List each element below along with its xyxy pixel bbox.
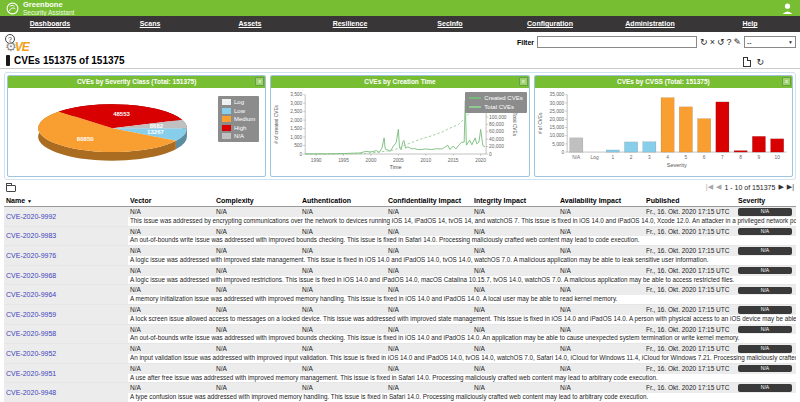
cve-link[interactable]: CVE-2020-9992 bbox=[6, 213, 56, 220]
severity-badge: N/A bbox=[738, 326, 792, 334]
nav-item-secinfo[interactable]: SecInfo bbox=[400, 16, 500, 32]
column-header-authentication[interactable]: Authentication bbox=[300, 197, 386, 204]
authentication-cell: N/A bbox=[300, 364, 386, 374]
cve-description: A logic issue was addressed with improve… bbox=[128, 256, 796, 265]
svg-text:Time: Time bbox=[390, 164, 402, 170]
panel-title: CVEs by Creation Time bbox=[271, 76, 528, 88]
cve-link[interactable]: CVE-2020-9976 bbox=[6, 252, 56, 259]
svg-text:5: 5 bbox=[684, 155, 687, 160]
authentication-cell: N/A bbox=[300, 207, 386, 217]
nav-item-scans[interactable]: Scans bbox=[100, 16, 200, 32]
severity-badge: N/A bbox=[738, 345, 792, 353]
pagination: |◀ ◀ 1 - 10 of 151375 ▶ ▶| bbox=[706, 183, 794, 191]
svg-text:3: 3 bbox=[648, 155, 651, 160]
column-header-confidentiality-impact[interactable]: Confidentiality Impact bbox=[386, 197, 472, 204]
dashboard: CVEs by Severity Class (Total: 151375) x… bbox=[4, 72, 796, 180]
filter-preset-select[interactable]: -- ▼ bbox=[744, 36, 796, 48]
filter-input[interactable] bbox=[537, 36, 697, 48]
availability-impact-cell: N/A bbox=[558, 364, 644, 374]
cve-link[interactable]: CVE-2020-9959 bbox=[6, 311, 56, 318]
panel-header[interactable]: CVEs by Creation Time x bbox=[271, 76, 528, 88]
panel-header[interactable]: CVEs by Severity Class (Total: 151375) x bbox=[8, 76, 265, 88]
user-menu-icon[interactable] bbox=[781, 2, 794, 15]
svg-text:20,000: 20,000 bbox=[489, 144, 504, 149]
column-header-name[interactable]: Name▼ bbox=[4, 197, 128, 204]
brand-home-link[interactable]: Greenbone Security Assistant bbox=[6, 0, 74, 16]
edit-filter-icon[interactable]: ✎ bbox=[733, 36, 741, 48]
published-cell: Fr., 16. Okt. 2020 17:15 UTC bbox=[644, 305, 736, 315]
published-cell: Fr., 16. Okt. 2020 17:15 UTC bbox=[644, 364, 736, 374]
confidentiality-impact-cell: N/A bbox=[386, 266, 472, 276]
svg-text:7: 7 bbox=[721, 155, 724, 160]
filter-help-icon[interactable]: ? bbox=[726, 36, 731, 48]
nav-item-help[interactable]: Help bbox=[700, 16, 800, 32]
legend-item[interactable]: Total CVEs bbox=[469, 104, 522, 110]
authentication-cell: N/A bbox=[300, 383, 386, 393]
prev-page-icon[interactable]: ◀ bbox=[716, 183, 721, 191]
cve-link[interactable]: CVE-2020-9948 bbox=[6, 389, 56, 396]
severity-badge: N/A bbox=[738, 228, 792, 236]
confidentiality-impact-cell: N/A bbox=[386, 383, 472, 393]
published-cell: Fr., 16. Okt. 2020 17:15 UTC bbox=[644, 207, 736, 217]
confidentiality-impact-cell: N/A bbox=[386, 325, 472, 335]
column-header-integrity-impact[interactable]: Integrity Impact bbox=[472, 197, 558, 204]
published-cell: Fr., 16. Okt. 2020 17:15 UTC bbox=[644, 383, 736, 393]
legend-item[interactable]: Medium bbox=[222, 116, 255, 122]
first-page-icon[interactable]: |◀ bbox=[706, 183, 713, 191]
export-icon[interactable] bbox=[743, 57, 751, 67]
authentication-cell: N/A bbox=[300, 344, 386, 354]
remove-filter-icon[interactable]: × bbox=[710, 36, 715, 48]
column-header-availability-impact[interactable]: Availability Impact bbox=[558, 197, 644, 204]
panel-close-button[interactable]: x bbox=[255, 77, 264, 86]
column-header-severity[interactable]: Severity bbox=[736, 197, 796, 204]
panel-title: CVEs by CVSS (Total: 151375) bbox=[535, 76, 792, 88]
next-page-icon[interactable]: ▶ bbox=[778, 183, 783, 191]
nav-item-dashboards[interactable]: Dashboards bbox=[0, 16, 100, 32]
complexity-cell: N/A bbox=[214, 325, 300, 335]
cve-link[interactable]: CVE-2020-9952 bbox=[6, 350, 56, 357]
cve-link[interactable]: CVE-2020-9983 bbox=[6, 232, 56, 239]
severity-cell: N/A bbox=[736, 266, 796, 276]
last-page-icon[interactable]: ▶| bbox=[787, 183, 794, 191]
column-header-complexity[interactable]: Complexity bbox=[214, 197, 300, 204]
legend-item[interactable]: Log bbox=[222, 99, 255, 105]
authentication-cell: N/A bbox=[300, 285, 386, 295]
panel-header[interactable]: CVEs by CVSS (Total: 151375) x bbox=[535, 76, 792, 88]
panel-close-button[interactable]: x bbox=[782, 77, 791, 86]
nav-item-assets[interactable]: Assets bbox=[200, 16, 300, 32]
refresh-icon[interactable]: ↻ bbox=[756, 57, 764, 67]
cve-link[interactable]: CVE-2020-9964 bbox=[6, 291, 56, 298]
svg-text:2000: 2000 bbox=[366, 158, 377, 163]
bar bbox=[624, 142, 637, 152]
panel-title: CVEs by Severity Class (Total: 151375) bbox=[8, 76, 265, 88]
legend-item[interactable]: Low bbox=[222, 108, 255, 114]
confidentiality-impact-cell: N/A bbox=[386, 227, 472, 237]
greenbone-logo-icon bbox=[6, 2, 19, 15]
panel-close-button[interactable]: x bbox=[519, 77, 528, 86]
cve-link[interactable]: CVE-2020-9951 bbox=[6, 370, 56, 377]
severity-cell: N/A bbox=[736, 285, 796, 295]
cve-link[interactable]: CVE-2020-9958 bbox=[6, 330, 56, 337]
folder-icon[interactable] bbox=[6, 185, 16, 192]
column-header-published[interactable]: Published bbox=[644, 197, 736, 204]
legend-line-sample bbox=[469, 97, 481, 99]
panel-body: 05,00010,00015,00020,00025,00030,00035,0… bbox=[535, 88, 792, 176]
bar bbox=[770, 139, 783, 152]
nav-item-configuration[interactable]: Configuration bbox=[500, 16, 600, 32]
legend-item[interactable]: N/A bbox=[222, 133, 255, 139]
svg-text:Log: Log bbox=[590, 155, 598, 160]
authentication-cell: N/A bbox=[300, 305, 386, 315]
cve-description: A type confusion issue was addressed wit… bbox=[128, 393, 796, 402]
severity-badge: N/A bbox=[738, 247, 792, 255]
svg-text:3,000: 3,000 bbox=[290, 101, 302, 106]
table-row: CVE-2020-9948N/AN/AN/AN/AN/AN/AFr., 16. … bbox=[4, 383, 796, 402]
published-cell: Fr., 16. Okt. 2020 17:15 UTC bbox=[644, 227, 736, 237]
nav-item-administration[interactable]: Administration bbox=[600, 16, 700, 32]
cve-link[interactable]: CVE-2020-9968 bbox=[6, 272, 56, 279]
column-header-vector[interactable]: Vector bbox=[128, 197, 214, 204]
legend-item[interactable]: High bbox=[222, 125, 255, 131]
nav-item-resilience[interactable]: Resilience bbox=[300, 16, 400, 32]
reset-filter-icon[interactable]: ↺ bbox=[717, 36, 725, 48]
update-filter-icon[interactable]: ↻ bbox=[700, 36, 708, 48]
legend-item[interactable]: Created CVEs bbox=[469, 95, 522, 101]
